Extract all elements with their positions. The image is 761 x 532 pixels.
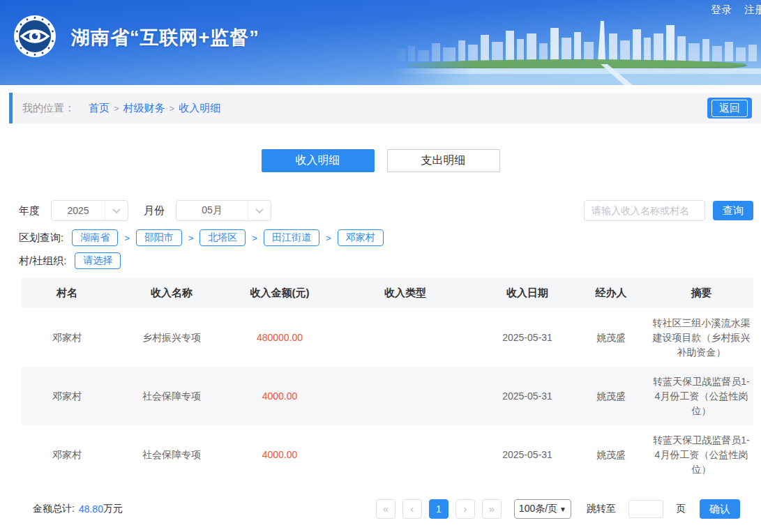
- breadcrumb-separator: >: [114, 103, 119, 114]
- cell-operator: 姚茂盛: [573, 425, 649, 484]
- breadcrumb-home-link[interactable]: 首页: [89, 102, 110, 115]
- footer-row: 金额总计: 48.80 万元 « ‹ 1 › » 100条/页 ▼ 跳转至 页 …: [33, 499, 740, 519]
- last-page-button[interactable]: »: [482, 499, 502, 519]
- cell-village: 邓家村: [22, 425, 112, 484]
- chevron-down-icon: [248, 201, 271, 220]
- income-table: 村名 收入名称 收入金额(元) 收入类型 收入日期 经办人 摘要 邓家村 乡村振…: [22, 278, 753, 484]
- cell-income-type: [329, 308, 482, 367]
- table-row: 邓家村 乡村振兴专项 480000.00 2025-05-31 姚茂盛 转社区三…: [22, 308, 753, 367]
- back-button-label: 返回: [711, 100, 748, 117]
- tab-income-detail[interactable]: 收入明细: [262, 149, 375, 172]
- login-link[interactable]: 登录: [711, 3, 732, 17]
- total-unit: 万元: [103, 503, 123, 515]
- year-select-value: 2025: [52, 205, 105, 216]
- year-select[interactable]: 2025: [51, 200, 128, 221]
- cell-summary: 转蓝天保卫战监督员1-4月份工资（公益性岗位）: [649, 425, 753, 484]
- col-income-date: 收入日期: [482, 278, 573, 308]
- region-district-button[interactable]: 北塔区: [199, 229, 246, 246]
- cell-village: 邓家村: [22, 308, 112, 367]
- cell-operator: 姚茂盛: [573, 367, 649, 425]
- site-title: 湖南省“互联网+监督”: [71, 25, 259, 50]
- region-query-row: 区划查询: 湖南省 > 邵阳市 > 北塔区 > 田江街道 > 邓家村: [19, 229, 753, 246]
- search-button[interactable]: 查询: [713, 201, 753, 220]
- region-city-button[interactable]: 邵阳市: [136, 229, 182, 246]
- col-summary: 摘要: [649, 278, 753, 308]
- auth-links: 登录 注册: [711, 3, 761, 17]
- cell-village: 邓家村: [22, 367, 112, 425]
- prev-page-button[interactable]: ‹: [402, 499, 422, 519]
- total-label: 金额总计:: [33, 503, 75, 515]
- cell-amount: 480000.00: [231, 308, 329, 367]
- city-skyline-image: [391, 15, 761, 85]
- month-label: 月份: [144, 204, 165, 218]
- month-select-value: 05月: [176, 204, 248, 217]
- cell-income-date: 2025-05-31: [482, 308, 573, 367]
- total-value: 48.80: [79, 503, 103, 515]
- breadcrumb-label: 我的位置：: [22, 102, 75, 115]
- filter-row: 年度 2025 月份 05月 查询: [19, 200, 753, 221]
- org-select-button[interactable]: 请选择: [75, 252, 121, 269]
- table-row: 邓家村 社会保障专项 4000.00 2025-05-31 姚茂盛 转蓝天保卫战…: [22, 425, 753, 484]
- region-separator: >: [252, 233, 257, 243]
- cell-income-name: 社会保障专项: [112, 425, 231, 484]
- table-header-row: 村名 收入名称 收入金额(元) 收入类型 收入日期 经办人 摘要: [22, 278, 753, 308]
- eye-logo-icon: [13, 14, 57, 61]
- region-separator: >: [188, 233, 194, 243]
- cell-income-date: 2025-05-31: [482, 425, 573, 484]
- cell-income-date: 2025-05-31: [482, 367, 573, 425]
- confirm-button[interactable]: 确认: [700, 499, 740, 519]
- page-1-button[interactable]: 1: [429, 499, 449, 519]
- header-banner: 登录 注册 湖南省“互联: [0, 0, 761, 85]
- register-link[interactable]: 注册: [744, 3, 761, 17]
- table-row: 邓家村 社会保障专项 4000.00 2025-05-31 姚茂盛 转蓝天保卫战…: [22, 367, 753, 425]
- tab-expense-detail[interactable]: 支出明细: [387, 149, 500, 172]
- region-street-button[interactable]: 田江街道: [264, 229, 319, 246]
- col-income-name: 收入名称: [112, 278, 231, 308]
- next-page-button[interactable]: ›: [455, 499, 475, 519]
- org-label: 村/社组织:: [19, 254, 66, 268]
- cell-income-type: [329, 367, 482, 425]
- cell-income-name: 社会保障专项: [112, 367, 231, 425]
- page-size-select[interactable]: 100条/页 ▼: [514, 499, 571, 519]
- back-button[interactable]: 返回: [707, 98, 752, 119]
- year-label: 年度: [19, 204, 40, 218]
- cell-summary: 转蓝天保卫战监督员1-4月份工资（公益性岗位）: [649, 367, 753, 425]
- pagination: « ‹ 1 › » 100条/页 ▼ 跳转至 页 确认: [376, 499, 740, 519]
- region-province-button[interactable]: 湖南省: [72, 229, 118, 246]
- region-separator: >: [326, 233, 331, 243]
- cell-amount: 4000.00: [231, 367, 329, 425]
- jump-to-label: 跳转至: [587, 503, 616, 515]
- cell-income-type: [329, 425, 482, 484]
- col-village: 村名: [22, 278, 112, 308]
- search-input[interactable]: [584, 200, 705, 221]
- region-village-button[interactable]: 邓家村: [338, 229, 384, 246]
- detail-tabs: 收入明细 支出明细: [0, 149, 761, 172]
- cell-income-name: 乡村振兴专项: [112, 308, 231, 367]
- cell-operator: 姚茂盛: [573, 308, 649, 367]
- breadcrumb-income-detail-link[interactable]: 收入明细: [179, 102, 220, 115]
- org-row: 村/社组织: 请选择: [19, 252, 753, 269]
- breadcrumb-village-finance-link[interactable]: 村级财务: [123, 102, 165, 115]
- col-amount: 收入金额(元): [231, 278, 329, 308]
- region-query-label: 区划查询:: [19, 231, 63, 245]
- chevron-down-icon: [105, 201, 128, 220]
- month-select[interactable]: 05月: [176, 200, 271, 221]
- search-group: 查询: [584, 200, 753, 221]
- page-size-value: 100条/页: [519, 503, 557, 515]
- breadcrumb-separator: >: [169, 103, 175, 114]
- col-operator: 经办人: [573, 278, 649, 308]
- cell-summary: 转社区三组小溪流水渠建设项目款（乡村振兴补助资金）: [649, 308, 753, 367]
- col-income-type: 收入类型: [329, 278, 482, 308]
- jump-page-input[interactable]: [628, 500, 663, 518]
- region-separator: >: [124, 233, 130, 243]
- chevron-down-icon: ▼: [559, 506, 566, 513]
- jump-unit-label: 页: [676, 503, 686, 515]
- cell-amount: 4000.00: [231, 425, 329, 484]
- brand: 湖南省“互联网+监督”: [13, 14, 259, 61]
- breadcrumb: 我的位置： 首页 > 村级财务 > 收入明细 返回: [9, 93, 761, 123]
- first-page-button[interactable]: «: [376, 499, 395, 519]
